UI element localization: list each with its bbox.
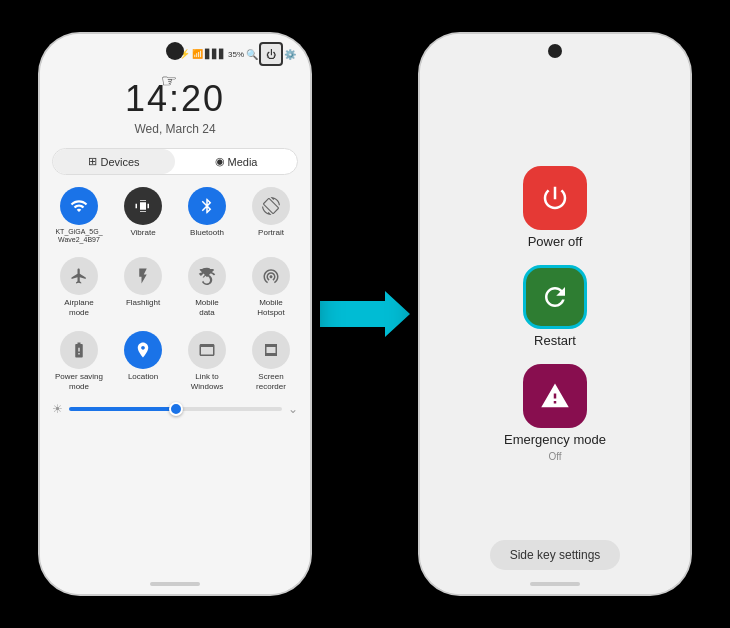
qs-screen-recorder[interactable]: Screenrecorder <box>240 325 302 397</box>
emergency-item[interactable]: Emergency mode Off <box>504 364 606 462</box>
tab-media[interactable]: ◉ Media <box>175 149 297 174</box>
qs-airplane[interactable]: Airplanemode <box>48 251 110 323</box>
link-windows-qs-icon <box>188 331 226 369</box>
devices-tab-label: Devices <box>100 156 139 168</box>
scene: ⚡ 📶 ▋▋▋ 35% 🔍 ⏻ ⚙️ ● <box>0 0 730 628</box>
qs-mobile-data[interactable]: Mobiledata <box>176 251 238 323</box>
right-camera-notch <box>548 44 562 58</box>
power-saving-qs-icon <box>60 331 98 369</box>
devices-tab-icon: ⊞ <box>88 155 97 168</box>
right-phone: Power off Restart <box>420 34 690 594</box>
screen-recorder-qs-icon <box>252 331 290 369</box>
search-status-icon: 🔍 <box>246 49 258 60</box>
wifi-qs-icon <box>60 187 98 225</box>
notification-dot: ● <box>296 38 300 45</box>
power-button-highlight[interactable]: ⏻ <box>259 42 283 66</box>
media-tab-label: Media <box>228 156 258 168</box>
left-phone: ⚡ 📶 ▋▋▋ 35% 🔍 ⏻ ⚙️ ● <box>40 34 310 594</box>
clock-time: 14:20 <box>40 78 310 120</box>
power-status-icon: ⏻ <box>266 49 276 60</box>
status-bar: ⚡ 📶 ▋▋▋ 35% 🔍 ⏻ ⚙️ ● <box>40 34 310 68</box>
expand-icon[interactable]: ⌄ <box>288 402 298 416</box>
qs-wifi[interactable]: KT_GiGA_5G_Wave2_4B97 <box>48 181 110 249</box>
power-menu: Power off Restart <box>420 150 690 478</box>
qs-bluetooth[interactable]: Bluetooth <box>176 181 238 249</box>
qs-hotspot[interactable]: MobileHotspot <box>240 251 302 323</box>
wifi-status-icon: 📶 <box>192 49 203 59</box>
restart-label: Restart <box>534 333 576 348</box>
restart-item[interactable]: Restart <box>523 265 587 348</box>
location-qs-icon <box>124 331 162 369</box>
qs-location[interactable]: Location <box>112 325 174 397</box>
screen-recorder-qs-label: Screenrecorder <box>256 372 286 393</box>
side-key-settings-label: Side key settings <box>510 548 601 562</box>
vibrate-qs-icon <box>124 187 162 225</box>
flashlight-qs-icon <box>124 257 162 295</box>
wifi-qs-label: KT_GiGA_5G_Wave2_4B97 <box>55 228 102 245</box>
power-off-label: Power off <box>528 234 583 249</box>
svg-marker-0 <box>320 291 410 337</box>
hotspot-qs-label: MobileHotspot <box>257 298 285 319</box>
side-key-settings-button[interactable]: Side key settings <box>490 540 621 570</box>
airplane-qs-icon <box>60 257 98 295</box>
tab-devices[interactable]: ⊞ Devices <box>53 149 175 174</box>
brightness-slider[interactable] <box>69 407 282 411</box>
power-off-button[interactable] <box>523 166 587 230</box>
emergency-sublabel: Off <box>548 451 561 462</box>
flashlight-qs-label: Flashlight <box>126 298 160 308</box>
status-icons: ⚡ 📶 ▋▋▋ 35% 🔍 ⏻ ⚙️ ● <box>179 42 296 66</box>
signal-icon: ▋▋▋ <box>205 49 226 59</box>
home-indicator[interactable] <box>150 582 200 586</box>
quick-settings-grid: KT_GiGA_5G_Wave2_4B97 Vibrate Bluetooth <box>40 181 310 396</box>
camera-notch <box>166 42 184 60</box>
restart-button[interactable] <box>523 265 587 329</box>
settings-status-icon: ⚙️ <box>284 49 296 60</box>
right-home-indicator[interactable] <box>530 582 580 586</box>
direction-arrow <box>320 289 410 339</box>
battery-label: 35% <box>228 50 244 59</box>
bluetooth-qs-label: Bluetooth <box>190 228 224 238</box>
brightness-thumb[interactable] <box>169 402 183 416</box>
emergency-button[interactable] <box>523 364 587 428</box>
qs-flashlight[interactable]: Flashlight <box>112 251 174 323</box>
location-qs-label: Location <box>128 372 158 382</box>
airplane-qs-label: Airplanemode <box>64 298 93 319</box>
qs-power-saving[interactable]: Power savingmode <box>48 325 110 397</box>
left-screen: ⚡ 📶 ▋▋▋ 35% 🔍 ⏻ ⚙️ ● <box>40 34 310 594</box>
portrait-qs-icon <box>252 187 290 225</box>
arrow-container <box>310 289 420 339</box>
clock-date: Wed, March 24 <box>40 122 310 136</box>
time-display: 14:20 Wed, March 24 <box>40 68 310 140</box>
qs-vibrate[interactable]: Vibrate <box>112 181 174 249</box>
mobile-data-qs-label: Mobiledata <box>195 298 219 319</box>
media-tab-icon: ◉ <box>215 155 225 168</box>
qs-portrait[interactable]: Portrait <box>240 181 302 249</box>
mobile-data-qs-icon <box>188 257 226 295</box>
vibrate-qs-label: Vibrate <box>130 228 155 238</box>
brightness-low-icon: ☀ <box>52 402 63 416</box>
link-windows-qs-label: Link toWindows <box>191 372 223 393</box>
qs-link-windows[interactable]: Link toWindows <box>176 325 238 397</box>
portrait-qs-label: Portrait <box>258 228 284 238</box>
right-screen: Power off Restart <box>420 34 690 594</box>
brightness-row: ☀ ⌄ <box>40 396 310 422</box>
power-saving-qs-label: Power savingmode <box>55 372 103 393</box>
emergency-label: Emergency mode <box>504 432 606 447</box>
hotspot-qs-icon <box>252 257 290 295</box>
bluetooth-qs-icon <box>188 187 226 225</box>
power-off-item[interactable]: Power off <box>523 166 587 249</box>
tab-bar: ⊞ Devices ◉ Media <box>52 148 298 175</box>
